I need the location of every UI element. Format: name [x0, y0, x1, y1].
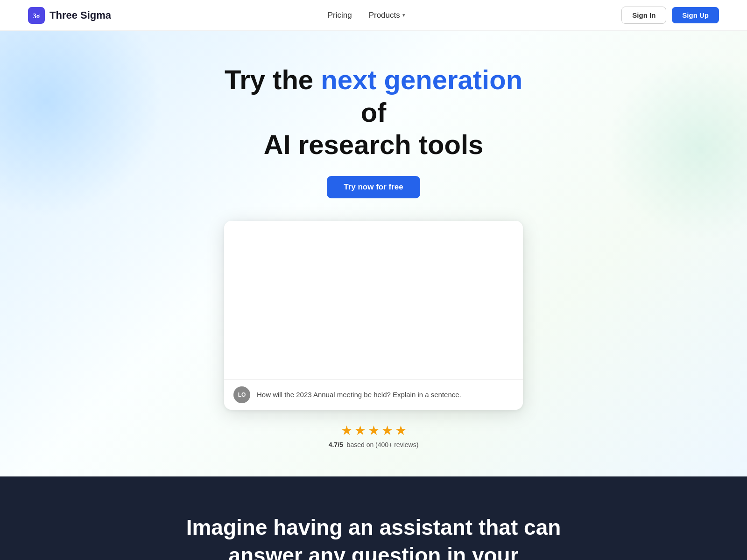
stars-container: ★ ★ ★ ★ ★: [341, 423, 407, 438]
chevron-down-icon: ▾: [402, 12, 405, 18]
hero-title-prefix: Try the: [225, 64, 321, 95]
rating-text: 4.7/5 based on (400+ reviews): [329, 441, 419, 448]
chat-input[interactable]: [257, 391, 514, 399]
demo-input-area: LO: [224, 379, 523, 410]
logo-link[interactable]: 3σ Three Sigma: [28, 7, 111, 24]
signup-button[interactable]: Sign Up: [672, 7, 719, 23]
hero-title-highlight: next generation: [321, 64, 522, 95]
dark-section-title: Imagine having an assistant that can ans…: [182, 514, 565, 560]
demo-card: LO: [224, 221, 523, 410]
star-2: ★: [354, 423, 366, 438]
rating-review-text: based on (400+ reviews): [347, 441, 419, 448]
brand-name: Three Sigma: [49, 9, 111, 21]
star-3: ★: [368, 423, 380, 438]
hero-title-suffix: of: [361, 97, 387, 127]
hero-title-line2: AI research tools: [264, 129, 484, 160]
nav-products[interactable]: Products ▾: [369, 11, 405, 20]
dark-title-line1: Imagine having an assistant that can ans…: [186, 515, 561, 560]
logo-icon: 3σ: [28, 7, 45, 24]
star-1: ★: [341, 423, 352, 438]
nav-links: Pricing Products ▾: [328, 11, 405, 20]
demo-card-body: [224, 221, 523, 379]
hero-title: Try the next generation of AI research t…: [210, 63, 537, 161]
nav-pricing[interactable]: Pricing: [328, 11, 352, 20]
nav-products-label: Products: [369, 11, 400, 20]
navbar: 3σ Three Sigma Pricing Products ▾ Sign I…: [0, 0, 747, 31]
star-4: ★: [381, 423, 393, 438]
svg-text:3σ: 3σ: [33, 13, 40, 20]
star-5: ★: [395, 423, 407, 438]
navbar-actions: Sign In Sign Up: [621, 7, 719, 24]
rating-section: ★ ★ ★ ★ ★ 4.7/5 based on (400+ reviews): [329, 423, 419, 448]
hero-section: Try the next generation of AI research t…: [0, 31, 747, 476]
signin-button[interactable]: Sign In: [621, 7, 666, 24]
dark-section: Imagine having an assistant that can ans…: [0, 476, 747, 560]
rating-score: 4.7/5: [329, 441, 343, 448]
try-free-button[interactable]: Try now for free: [327, 176, 420, 198]
user-avatar: LO: [233, 386, 250, 403]
